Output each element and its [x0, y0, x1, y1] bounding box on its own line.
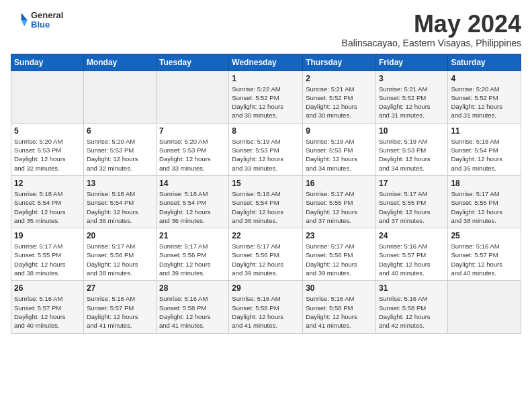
day-number: 10: [379, 126, 445, 136]
day-number: 16: [306, 179, 373, 188]
calendar-cell: 16Sunrise: 5:17 AMSunset: 5:55 PMDayligh…: [303, 175, 376, 228]
day-number: 29: [232, 283, 300, 293]
day-number: 7: [159, 126, 226, 136]
calendar-cell: 22Sunrise: 5:17 AMSunset: 5:56 PMDayligh…: [229, 228, 303, 281]
day-number: 9: [306, 126, 373, 136]
day-info: Sunrise: 5:16 AMSunset: 5:58 PMDaylight:…: [159, 294, 226, 330]
calendar-cell: 8Sunrise: 5:19 AMSunset: 5:53 PMDaylight…: [229, 123, 303, 175]
calendar-cell: 24Sunrise: 5:16 AMSunset: 5:57 PMDayligh…: [375, 228, 447, 281]
day-info: Sunrise: 5:17 AMSunset: 5:55 PMDaylight:…: [451, 189, 518, 225]
day-number: 21: [159, 231, 226, 240]
day-number: 24: [379, 231, 445, 240]
day-number: 13: [87, 179, 153, 188]
day-number: 27: [87, 283, 153, 293]
header-day-friday: Friday: [375, 54, 447, 71]
calendar-cell: 10Sunrise: 5:19 AMSunset: 5:53 PMDayligh…: [375, 123, 447, 175]
day-info: Sunrise: 5:17 AMSunset: 5:56 PMDaylight:…: [232, 242, 300, 277]
calendar-cell: 28Sunrise: 5:16 AMSunset: 5:58 PMDayligh…: [157, 281, 229, 333]
calendar-cell: 14Sunrise: 5:18 AMSunset: 5:54 PMDayligh…: [157, 175, 229, 228]
day-number: 12: [14, 179, 81, 188]
calendar-cell: 4Sunrise: 5:20 AMSunset: 5:52 PMDaylight…: [448, 71, 521, 123]
header-day-wednesday: Wednesday: [229, 54, 303, 71]
calendar-cell: 9Sunrise: 5:19 AMSunset: 5:53 PMDaylight…: [303, 123, 376, 175]
calendar-week-5: 26Sunrise: 5:16 AMSunset: 5:57 PMDayligh…: [11, 281, 521, 333]
day-info: Sunrise: 5:17 AMSunset: 5:56 PMDaylight:…: [306, 242, 373, 277]
calendar-cell: 11Sunrise: 5:18 AMSunset: 5:54 PMDayligh…: [448, 123, 521, 175]
day-info: Sunrise: 5:20 AMSunset: 5:53 PMDaylight:…: [87, 137, 153, 173]
calendar-cell: 12Sunrise: 5:18 AMSunset: 5:54 PMDayligh…: [11, 175, 84, 228]
day-info: Sunrise: 5:18 AMSunset: 5:54 PMDaylight:…: [159, 189, 226, 225]
calendar-cell: 18Sunrise: 5:17 AMSunset: 5:55 PMDayligh…: [448, 175, 521, 228]
day-number: 1: [232, 74, 300, 83]
calendar-cell: 23Sunrise: 5:17 AMSunset: 5:56 PMDayligh…: [303, 228, 376, 281]
day-info: Sunrise: 5:16 AMSunset: 5:58 PMDaylight:…: [306, 294, 373, 330]
svg-marker-1: [21, 20, 28, 26]
day-number: 6: [87, 126, 153, 136]
day-info: Sunrise: 5:22 AMSunset: 5:52 PMDaylight:…: [232, 85, 300, 120]
day-info: Sunrise: 5:21 AMSunset: 5:52 PMDaylight:…: [306, 85, 373, 120]
day-info: Sunrise: 5:16 AMSunset: 5:57 PMDaylight:…: [14, 294, 81, 330]
day-number: 4: [451, 74, 518, 83]
day-info: Sunrise: 5:16 AMSunset: 5:58 PMDaylight:…: [232, 294, 300, 330]
day-info: Sunrise: 5:20 AMSunset: 5:52 PMDaylight:…: [451, 85, 518, 120]
day-number: 30: [306, 283, 373, 293]
day-number: 20: [87, 231, 153, 240]
svg-marker-0: [21, 13, 28, 20]
day-number: 22: [232, 231, 300, 240]
day-info: Sunrise: 5:16 AMSunset: 5:57 PMDaylight:…: [451, 242, 518, 277]
logo-icon: [11, 11, 30, 30]
calendar-cell: [83, 71, 156, 123]
calendar-cell: 26Sunrise: 5:16 AMSunset: 5:57 PMDayligh…: [11, 281, 84, 333]
calendar-cell: 3Sunrise: 5:21 AMSunset: 5:52 PMDaylight…: [375, 71, 447, 123]
day-info: Sunrise: 5:18 AMSunset: 5:54 PMDaylight:…: [451, 137, 518, 173]
header-day-saturday: Saturday: [448, 54, 521, 71]
calendar-cell: 31Sunrise: 5:16 AMSunset: 5:58 PMDayligh…: [375, 281, 447, 333]
calendar-cell: 1Sunrise: 5:22 AMSunset: 5:52 PMDaylight…: [229, 71, 303, 123]
day-number: 31: [379, 283, 445, 293]
calendar-header-row: SundayMondayTuesdayWednesdayThursdayFrid…: [11, 54, 521, 71]
day-info: Sunrise: 5:16 AMSunset: 5:57 PMDaylight:…: [87, 294, 153, 330]
calendar-cell: 13Sunrise: 5:18 AMSunset: 5:54 PMDayligh…: [83, 175, 156, 228]
calendar-cell: 17Sunrise: 5:17 AMSunset: 5:55 PMDayligh…: [375, 175, 447, 228]
calendar-cell: 6Sunrise: 5:20 AMSunset: 5:53 PMDaylight…: [83, 123, 156, 175]
day-info: Sunrise: 5:20 AMSunset: 5:53 PMDaylight:…: [14, 137, 81, 173]
month-title: May 2024: [342, 11, 521, 38]
calendar-cell: 2Sunrise: 5:21 AMSunset: 5:52 PMDaylight…: [303, 71, 376, 123]
calendar-week-1: 1Sunrise: 5:22 AMSunset: 5:52 PMDaylight…: [11, 71, 521, 123]
calendar-cell: 27Sunrise: 5:16 AMSunset: 5:57 PMDayligh…: [83, 281, 156, 333]
calendar-cell: [157, 71, 229, 123]
logo-general: General: [31, 11, 63, 20]
logo-blue: Blue: [31, 20, 63, 30]
calendar: SundayMondayTuesdayWednesdayThursdayFrid…: [11, 54, 521, 334]
day-number: 2: [306, 74, 373, 83]
day-info: Sunrise: 5:17 AMSunset: 5:55 PMDaylight:…: [379, 189, 445, 225]
day-info: Sunrise: 5:19 AMSunset: 5:53 PMDaylight:…: [232, 137, 300, 173]
day-info: Sunrise: 5:17 AMSunset: 5:56 PMDaylight:…: [87, 242, 153, 277]
header-day-monday: Monday: [83, 54, 156, 71]
day-number: 26: [14, 283, 81, 293]
logo: General Blue: [11, 11, 63, 30]
subtitle: Balinsacayao, Eastern Visayas, Philippin…: [342, 38, 521, 48]
day-info: Sunrise: 5:18 AMSunset: 5:54 PMDaylight:…: [232, 189, 300, 225]
calendar-cell: 20Sunrise: 5:17 AMSunset: 5:56 PMDayligh…: [83, 228, 156, 281]
day-info: Sunrise: 5:16 AMSunset: 5:58 PMDaylight:…: [379, 294, 445, 330]
day-info: Sunrise: 5:19 AMSunset: 5:53 PMDaylight:…: [306, 137, 373, 173]
day-number: 15: [232, 179, 300, 188]
day-number: 28: [159, 283, 226, 293]
day-number: 14: [159, 179, 226, 188]
title-block: May 2024 Balinsacayao, Eastern Visayas, …: [342, 11, 521, 48]
calendar-cell: 15Sunrise: 5:18 AMSunset: 5:54 PMDayligh…: [229, 175, 303, 228]
day-info: Sunrise: 5:16 AMSunset: 5:57 PMDaylight:…: [379, 242, 445, 277]
calendar-cell: 7Sunrise: 5:20 AMSunset: 5:53 PMDaylight…: [157, 123, 229, 175]
day-number: 19: [14, 231, 81, 240]
day-info: Sunrise: 5:17 AMSunset: 5:55 PMDaylight:…: [306, 189, 373, 225]
day-info: Sunrise: 5:18 AMSunset: 5:54 PMDaylight:…: [87, 189, 153, 225]
day-info: Sunrise: 5:17 AMSunset: 5:56 PMDaylight:…: [159, 242, 226, 277]
day-info: Sunrise: 5:17 AMSunset: 5:55 PMDaylight:…: [14, 242, 81, 277]
calendar-cell: 19Sunrise: 5:17 AMSunset: 5:55 PMDayligh…: [11, 228, 84, 281]
header-day-thursday: Thursday: [303, 54, 376, 71]
day-number: 11: [451, 126, 518, 136]
calendar-week-2: 5Sunrise: 5:20 AMSunset: 5:53 PMDaylight…: [11, 123, 521, 175]
day-number: 5: [14, 126, 81, 136]
day-number: 23: [306, 231, 373, 240]
